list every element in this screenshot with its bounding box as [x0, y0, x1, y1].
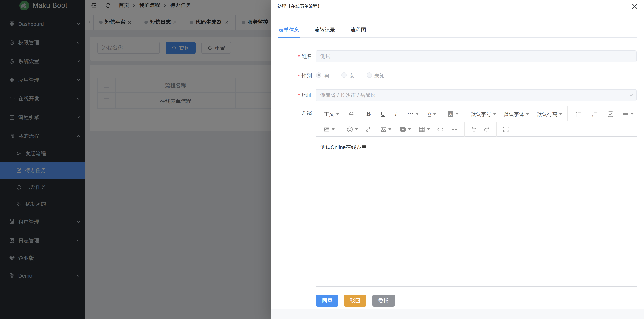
svg-text:A: A	[449, 112, 452, 116]
svg-text:1: 1	[592, 111, 594, 114]
svg-text:2: 2	[592, 115, 594, 117]
